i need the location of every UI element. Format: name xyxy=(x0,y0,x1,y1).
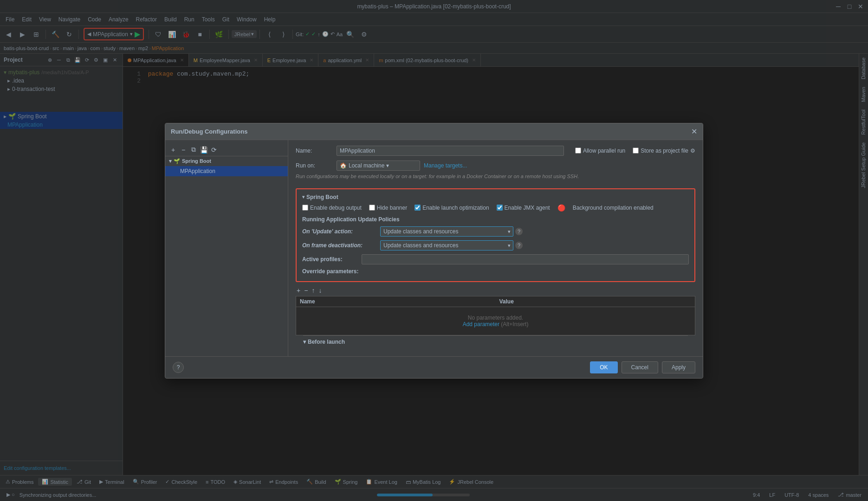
on-update-help-icon[interactable]: ? xyxy=(515,228,523,235)
git-check-2[interactable]: ✓ xyxy=(311,31,316,37)
tree-item-mp-application[interactable]: MPApplication xyxy=(0,121,123,129)
tab-close-mp-application[interactable]: ✕ xyxy=(180,58,184,63)
menu-help[interactable]: Help xyxy=(260,15,279,24)
dialog-sidebar-mp-application[interactable]: MPApplication xyxy=(165,166,288,176)
right-tab-jrebel[interactable]: JRebel Setup Guide xyxy=(859,139,868,192)
sidebar-save-button[interactable]: 💾 xyxy=(73,56,82,64)
tree-item-idea[interactable]: ▸ .idea xyxy=(0,77,123,85)
bottom-tab-spring[interactable]: 🌱 Spring xyxy=(331,478,362,486)
menu-code[interactable]: Code xyxy=(84,15,105,24)
allow-parallel-checkbox[interactable] xyxy=(575,148,581,154)
right-tab-restful[interactable]: RestfulTool xyxy=(859,106,868,138)
back-button[interactable]: ◀ xyxy=(2,28,15,41)
edit-templates-link[interactable]: Edit configuration templates... xyxy=(4,465,71,471)
breadcrumb-item-6[interactable]: study xyxy=(104,45,116,51)
forward-button[interactable]: ▶ xyxy=(16,28,29,41)
store-project-label[interactable]: Store as project file ⚙ xyxy=(633,148,695,154)
tree-item-root[interactable]: ▾ mybatis-plus /media/h1h/Data/A-P xyxy=(0,68,123,77)
before-launch-triangle[interactable]: ▾ xyxy=(303,339,306,345)
dialog-sidebar-remove-btn[interactable]: − xyxy=(179,146,188,154)
sidebar-copy-button[interactable]: ⧉ xyxy=(64,56,72,64)
status-lf[interactable]: LF xyxy=(766,492,778,498)
sync-button[interactable]: ↻ xyxy=(63,28,76,41)
settings-button[interactable]: ⚙ xyxy=(357,28,370,41)
manage-targets-link[interactable]: Manage targets... xyxy=(424,162,467,169)
git-history-icon[interactable]: 🕐 xyxy=(322,31,329,37)
tree-item-spring-boot[interactable]: ▸ 🌱 Spring Boot xyxy=(0,112,123,121)
enable-debug-label[interactable]: Enable debug output xyxy=(302,205,362,211)
params-down-btn[interactable]: ↓ xyxy=(317,287,323,294)
sidebar-collapse-button[interactable]: ▣ xyxy=(101,56,110,64)
breadcrumb-item-mp-application[interactable]: MPApplication xyxy=(152,45,184,51)
menu-run[interactable]: Run xyxy=(181,15,198,24)
bottom-tab-sonarlint[interactable]: ◈ SonarLint xyxy=(230,478,265,486)
sidebar-add-button[interactable]: ⊕ xyxy=(45,56,54,64)
bottom-tab-checkstyle[interactable]: ✓ CheckStyle xyxy=(162,478,201,486)
tab-employee[interactable]: E Employee.java ✕ xyxy=(263,54,319,67)
coverage-button[interactable]: 🛡 xyxy=(152,28,165,41)
dialog-sidebar-add-btn[interactable]: + xyxy=(169,146,177,154)
jrebel-dropdown-arrow[interactable]: ▾ xyxy=(251,31,254,37)
enable-launch-label[interactable]: Enable launch optimization xyxy=(415,205,489,211)
tab-close-application-yml[interactable]: ✕ xyxy=(365,58,369,63)
params-add-btn[interactable]: + xyxy=(296,287,301,294)
breadcrumb-item-2[interactable]: src xyxy=(52,45,59,51)
bottom-tab-git[interactable]: ⎇ Git xyxy=(73,478,95,486)
add-param-link[interactable]: Add parameter xyxy=(463,321,499,328)
tab-close-employee-mapper[interactable]: ✕ xyxy=(254,58,258,63)
sidebar-settings-button[interactable]: ⚙ xyxy=(92,56,100,64)
run-config-back-icon[interactable]: ◀ xyxy=(87,31,91,37)
dialog-close-button[interactable]: ✕ xyxy=(691,127,697,136)
enable-jmx-checkbox[interactable] xyxy=(497,205,503,211)
dialog-help-button[interactable]: ? xyxy=(173,362,184,373)
breadcrumb-item-7[interactable]: maven xyxy=(119,45,135,51)
bottom-tab-endpoints[interactable]: ⇌ Endpoints xyxy=(266,478,302,486)
tab-close-employee[interactable]: ✕ xyxy=(310,58,313,63)
section-triangle-icon[interactable]: ▾ xyxy=(302,194,304,199)
tab-mp-application[interactable]: MPApplication.java ✕ xyxy=(123,54,189,67)
bottom-tab-problems[interactable]: ⚠ Problems xyxy=(2,478,37,486)
enable-debug-checkbox[interactable] xyxy=(302,205,308,211)
params-remove-btn[interactable]: − xyxy=(303,287,309,294)
menu-refactor[interactable]: Refactor xyxy=(132,15,161,24)
menu-window[interactable]: Window xyxy=(233,15,260,24)
status-encoding[interactable]: UTF-8 xyxy=(782,492,802,498)
menu-file[interactable]: File xyxy=(2,15,18,24)
breadcrumb-item-3[interactable]: main xyxy=(63,45,74,51)
breadcrumb-item-1[interactable]: batis-plus-boot-crud xyxy=(4,45,49,51)
bottom-tab-todo[interactable]: ≡ TODO xyxy=(202,478,229,486)
git-check-1[interactable]: ✓ xyxy=(305,31,310,37)
bottom-tab-event-log[interactable]: 📋 Event Log xyxy=(362,478,401,486)
enable-launch-checkbox[interactable] xyxy=(415,205,421,211)
build-button[interactable]: 🔨 xyxy=(49,28,62,41)
on-frame-help-icon[interactable]: ? xyxy=(515,242,523,249)
run-button[interactable]: ▶ xyxy=(135,30,140,39)
commit-button[interactable]: ⟨ xyxy=(263,28,276,41)
dialog-sidebar-save-btn[interactable]: 💾 xyxy=(200,146,208,154)
menu-navigate[interactable]: Navigate xyxy=(55,15,84,24)
run-on-dropdown[interactable]: 🏠 Local machine ▾ xyxy=(337,161,420,171)
tree-item-transaction[interactable]: ▸ 0-transaction-test xyxy=(0,85,123,93)
ok-button[interactable]: OK xyxy=(590,361,617,373)
status-position[interactable]: 9:4 xyxy=(750,492,763,498)
status-indent[interactable]: 4 spaces xyxy=(805,492,831,498)
breadcrumb-item-8[interactable]: mp2 xyxy=(138,45,148,51)
push-button[interactable]: ⟩ xyxy=(277,28,290,41)
debug-button[interactable]: 🐞 xyxy=(180,28,193,41)
close-button[interactable]: ✕ xyxy=(857,3,864,10)
dialog-sidebar-expand-btn[interactable]: ⟳ xyxy=(210,146,218,154)
bottom-tab-jrebel-console[interactable]: ⚡ JRebel Console xyxy=(445,478,497,486)
menu-edit[interactable]: Edit xyxy=(18,15,35,24)
menu-build[interactable]: Build xyxy=(161,15,181,24)
bottom-tab-profiler[interactable]: 🔍 Profiler xyxy=(129,478,161,486)
hide-banner-checkbox[interactable] xyxy=(369,205,375,211)
breadcrumb-item-5[interactable]: com xyxy=(91,45,100,51)
dialog-sidebar-copy-btn[interactable]: ⧉ xyxy=(189,146,198,154)
tab-employee-mapper[interactable]: M EmployeeMapper.java ✕ xyxy=(189,54,263,67)
jrebel-button[interactable]: JRebel ▾ xyxy=(232,30,257,38)
sidebar-close-button[interactable]: ✕ xyxy=(110,56,119,64)
update-button[interactable]: 🌿 xyxy=(213,28,226,41)
bottom-tab-terminal[interactable]: ▶ Terminal xyxy=(96,478,128,486)
recent-files-button[interactable]: ⊞ xyxy=(30,28,43,41)
profiler-button[interactable]: 📊 xyxy=(166,28,179,41)
